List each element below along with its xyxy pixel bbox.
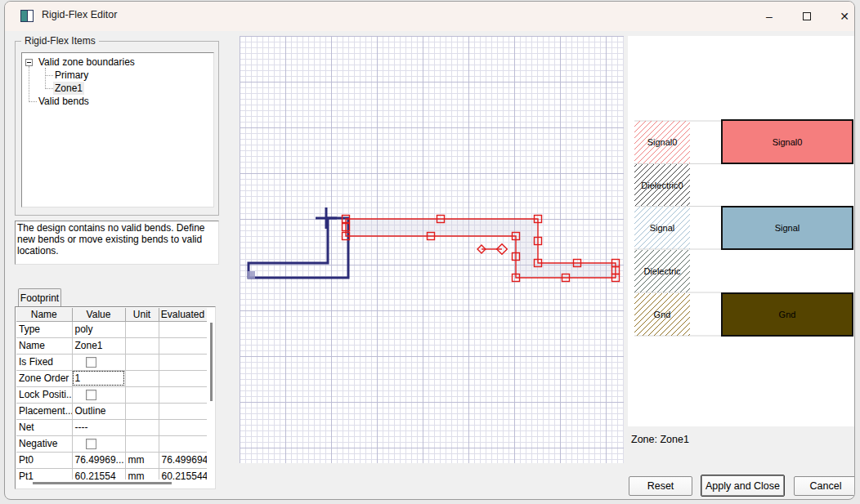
cell-evaluated: 60.215544m xyxy=(159,468,207,479)
reset-button[interactable]: Reset xyxy=(629,476,692,496)
window-title: Rigid-Flex Editor xyxy=(42,9,117,20)
layer-label: Signal0 xyxy=(647,137,678,147)
cell-unit xyxy=(125,337,159,354)
cell-name: Placement... xyxy=(16,403,72,419)
zone-block-label: Gnd xyxy=(779,310,796,319)
table-header-row: Name Value Unit Evaluated xyxy=(16,308,207,321)
cell-evaluated xyxy=(159,419,207,435)
cell-name: Is Fixed xyxy=(16,354,72,370)
cell-name: Net xyxy=(16,419,72,435)
close-button[interactable]: ✕ xyxy=(826,2,855,31)
cell-name: Name xyxy=(16,337,72,354)
table-row[interactable]: Is Fixed xyxy=(16,354,207,370)
table-row[interactable]: Type poly xyxy=(16,321,207,337)
validation-message: The design contains no valid bends. Defi… xyxy=(15,221,219,265)
board-outline[interactable] xyxy=(249,218,348,278)
crosshair-icon xyxy=(316,207,337,229)
is-fixed-checkbox[interactable] xyxy=(86,357,96,368)
table-row[interactable]: Zone Order 1 xyxy=(16,370,207,386)
column-header-evaluated[interactable]: Evaluated xyxy=(159,308,207,321)
table-row[interactable]: Lock Positi... xyxy=(16,386,207,403)
tree-item-valid-bends[interactable]: Valid bends xyxy=(37,95,91,108)
property-table: Name Value Unit Evaluated Type poly Name… xyxy=(16,308,207,479)
cell-unit xyxy=(125,370,159,386)
title-bar[interactable]: Rigid-Flex Editor – ✕ xyxy=(5,2,854,31)
cell-unit: mm xyxy=(125,468,159,479)
cell-name: Pt1 xyxy=(16,468,72,479)
rigid-flex-items-tree[interactable]: Valid zone boundaries Primary Zone1 Vali… xyxy=(21,52,214,207)
cell-evaluated xyxy=(159,337,207,354)
layout-canvas[interactable] xyxy=(240,36,624,463)
column-header-value[interactable]: Value xyxy=(72,308,125,321)
tree-guide xyxy=(46,88,53,89)
cell-value[interactable]: poly xyxy=(72,321,125,337)
zone-fill xyxy=(346,219,616,278)
canvas-drawing xyxy=(240,36,624,463)
table-row[interactable]: Negative xyxy=(16,435,207,452)
zone-order-input[interactable]: 1 xyxy=(72,370,125,386)
cell-unit: mm xyxy=(125,452,159,468)
tab-footprint[interactable]: Footprint xyxy=(18,288,61,306)
tree-item-zone1[interactable]: Zone1 xyxy=(53,82,84,95)
cell-unit xyxy=(125,386,159,403)
tree-guide xyxy=(45,68,46,89)
cell-evaluated xyxy=(159,435,207,452)
table-row[interactable]: Placement... Outline xyxy=(16,403,207,419)
tree-item-label: Valid zone boundaries xyxy=(37,56,137,69)
tree-item-label: Zone1 xyxy=(53,82,84,95)
cell-name: Zone Order xyxy=(16,370,72,386)
table-row[interactable]: Pt1 60.21554 mm 60.215544m xyxy=(16,468,207,479)
cell-value[interactable]: 76.49969... xyxy=(72,452,125,468)
stackup-panel: Signal0 Dielectric0 Signal Dielectric Gn… xyxy=(628,36,855,426)
cell-evaluated xyxy=(159,370,207,386)
cell-value[interactable]: 60.21554 xyxy=(72,468,125,479)
cell-name: Pt0 xyxy=(16,452,72,468)
cancel-button[interactable]: Cancel xyxy=(794,476,855,496)
table-row[interactable]: Net ---- xyxy=(16,419,207,435)
zone-block-label: Signal0 xyxy=(773,137,803,147)
cell-unit xyxy=(125,321,159,337)
table-row[interactable]: Pt0 76.49969... mm 76.499694m xyxy=(16,452,207,468)
tree-item-valid-zone-boundaries[interactable]: Valid zone boundaries xyxy=(25,56,137,69)
rigid-flex-editor-dialog: Rigid-Flex Editor – ✕ Rigid-Flex Items V… xyxy=(4,1,855,500)
tree-item-primary[interactable]: Primary xyxy=(53,69,90,82)
zone-block-label: Signal xyxy=(775,223,800,233)
minimize-button[interactable]: – xyxy=(750,2,788,31)
cell-value[interactable]: ---- xyxy=(72,419,125,435)
layer-label: Signal xyxy=(650,223,675,233)
cell-evaluated xyxy=(159,354,207,370)
negative-checkbox[interactable] xyxy=(86,439,96,449)
stackup-drawing: Signal0 Dielectric0 Signal Dielectric Gn… xyxy=(628,36,855,426)
cell-name: Negative xyxy=(16,435,72,452)
tree-item-label: Primary xyxy=(53,69,90,82)
app-icon xyxy=(20,10,34,22)
property-table-panel: Name Value Unit Evaluated Type poly Name… xyxy=(15,306,216,489)
cell-value[interactable]: Zone1 xyxy=(72,337,125,354)
cell-value xyxy=(72,386,125,403)
maximize-button[interactable] xyxy=(788,2,826,31)
cell-value[interactable]: Outline xyxy=(72,403,125,419)
tree-guide xyxy=(29,66,29,102)
collapse-icon[interactable] xyxy=(25,59,33,66)
cell-name: Type xyxy=(16,321,72,337)
cell-evaluated: 76.499694m xyxy=(159,452,207,468)
cell-unit xyxy=(125,435,159,452)
cell-unit xyxy=(125,354,159,370)
column-header-name[interactable]: Name xyxy=(16,308,72,321)
cell-value xyxy=(72,435,125,452)
table-row[interactable]: Name Zone1 xyxy=(16,337,207,354)
cell-evaluated xyxy=(159,321,207,337)
table-horizontal-scrollbar[interactable] xyxy=(33,482,172,484)
layer-label: Gnd xyxy=(654,310,671,319)
rigid-flex-items-group-label: Rigid-Flex Items xyxy=(21,35,99,47)
cell-name: Lock Positi... xyxy=(16,386,72,403)
table-vertical-scrollbar[interactable] xyxy=(210,323,213,401)
tree-item-label: Valid bends xyxy=(37,95,91,108)
cell-value xyxy=(72,354,125,370)
cell-evaluated xyxy=(159,386,207,403)
lock-position-checkbox[interactable] xyxy=(86,390,96,400)
apply-and-close-button[interactable]: Apply and Close xyxy=(701,475,785,497)
tree-guide xyxy=(29,101,37,102)
layer-label: Dielectric0 xyxy=(641,181,683,190)
column-header-unit[interactable]: Unit xyxy=(125,308,159,321)
